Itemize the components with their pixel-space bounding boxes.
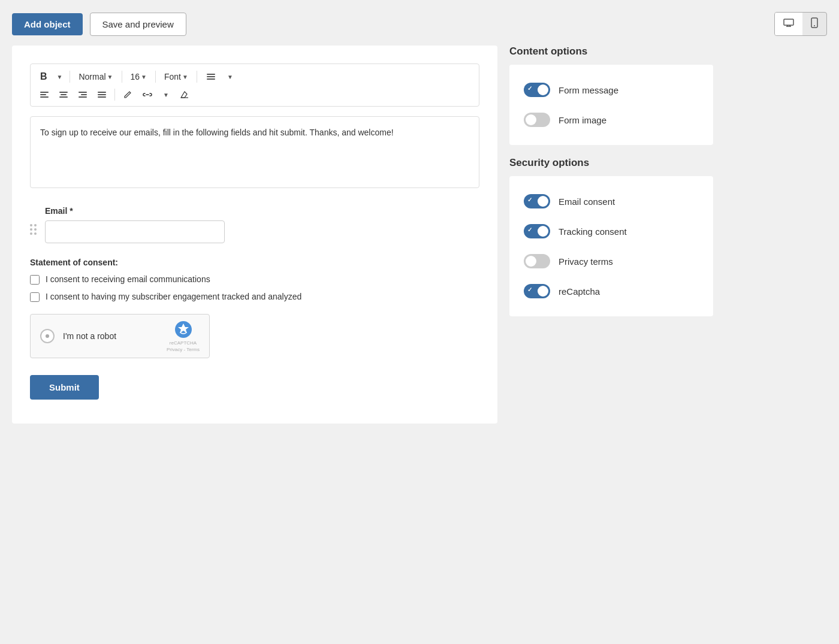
email-consent-option: Email consent [524, 188, 699, 214]
format-value: Normal [79, 72, 105, 81]
format-dropdown[interactable]: Normal ▼ [74, 69, 117, 84]
consent-section: Statement of consent: I consent to recei… [30, 258, 479, 302]
align-center-icon [59, 92, 68, 98]
body-text: To sign up to receive our emails, fill i… [40, 128, 394, 137]
clear-format-button[interactable] [176, 88, 193, 101]
list-dropdown[interactable]: ▼ [224, 71, 237, 83]
email-label: Email * [45, 206, 479, 216]
drag-dot-1 [30, 224, 32, 226]
consent-checkbox-2[interactable] [30, 292, 40, 302]
drag-dot-6 [34, 232, 37, 235]
add-object-button[interactable]: Add object [12, 13, 83, 35]
drag-handle[interactable] [30, 206, 37, 235]
font-family-chevron: ▼ [182, 74, 188, 80]
svg-point-5 [814, 25, 815, 26]
security-options-card: Email consent Tracking consent Privacy t… [509, 176, 713, 316]
text-color-button[interactable] [120, 88, 135, 101]
align-left-icon [40, 92, 49, 98]
pen-icon [123, 90, 132, 99]
privacy-terms-option: Privacy terms [524, 248, 699, 274]
form-message-slider [524, 83, 550, 97]
email-consent-label: Email consent [559, 196, 615, 207]
consent-item-2: I consent to having my subscriber engage… [30, 292, 479, 302]
recaptcha-brand-text: reCAPTCHA [170, 340, 197, 346]
recaptcha-dot [46, 334, 49, 338]
privacy-terms-toggle[interactable] [524, 254, 550, 268]
recaptcha-logo: reCAPTCHA Privacy - Terms [167, 320, 200, 352]
consent-checkbox-1[interactable] [30, 275, 40, 285]
link-icon [143, 91, 152, 98]
desktop-view-button[interactable] [775, 13, 802, 35]
tracking-consent-option: Tracking consent [524, 218, 699, 244]
ac-line-2 [61, 94, 67, 95]
email-consent-toggle[interactable] [524, 194, 550, 208]
privacy-terms-slider [524, 254, 550, 268]
toolbar-row-1: B ▼ Normal ▼ 16 ▼ Font ▼ [37, 69, 473, 84]
recaptcha-label: I'm not a robot [63, 331, 158, 341]
link-dropdown[interactable]: ▼ [159, 89, 173, 101]
content-options-card: Form message Form image [509, 65, 713, 145]
form-image-option: Form image [524, 107, 699, 133]
list-button[interactable] [201, 69, 221, 84]
consent-item-1: I consent to receiving email communicati… [30, 274, 479, 285]
security-options-title: Security options [509, 157, 713, 169]
divider-5 [114, 89, 115, 101]
align-right-button[interactable] [75, 89, 90, 100]
ac-line-3 [59, 96, 68, 98]
format-chevron: ▼ [107, 74, 113, 80]
message-text-area[interactable]: To sign up to receive our emails, fill i… [30, 116, 479, 188]
save-preview-button[interactable]: Save and preview [90, 13, 186, 36]
consent-label-2: I consent to having my subscriber engage… [46, 292, 301, 301]
recaptcha-policy-links: Privacy - Terms [167, 347, 200, 352]
tracking-consent-toggle[interactable] [524, 224, 550, 238]
align-justify-button[interactable] [94, 89, 110, 100]
email-field-content: Email * [45, 206, 479, 243]
top-bar: Add object Save and preview [12, 12, 827, 36]
recaptcha-toggle[interactable] [524, 284, 550, 298]
toolbar-row-2: ▼ [37, 88, 473, 101]
drag-dot-4 [34, 228, 37, 231]
submit-button[interactable]: Submit [30, 375, 99, 400]
email-field-row: Email * [30, 206, 479, 243]
form-image-toggle[interactable] [524, 113, 550, 127]
recaptcha-option: reCaptcha [524, 278, 699, 304]
align-center-button[interactable] [56, 89, 71, 100]
font-family-dropdown[interactable]: Font ▼ [159, 69, 193, 84]
link-button[interactable] [139, 89, 156, 101]
drag-dot-5 [30, 232, 32, 235]
view-toggle [774, 12, 827, 36]
divider-4 [197, 71, 197, 83]
font-size-chevron: ▼ [141, 74, 147, 80]
divider-1 [70, 71, 70, 83]
al-line-1 [40, 92, 49, 93]
bold-button[interactable]: B [37, 69, 51, 84]
align-left-button[interactable] [37, 89, 52, 100]
editor-panel: B ▼ Normal ▼ 16 ▼ Font ▼ [12, 46, 497, 424]
main-layout: B ▼ Normal ▼ 16 ▼ Font ▼ [12, 46, 827, 424]
bold-dropdown[interactable]: ▼ [53, 71, 67, 83]
divider-2 [122, 71, 122, 83]
aj-line-1 [98, 92, 106, 93]
form-message-label: Form message [559, 85, 618, 95]
consent-title: Statement of consent: [30, 258, 479, 267]
mobile-view-button[interactable] [802, 13, 826, 35]
form-message-toggle[interactable] [524, 83, 550, 97]
ar-line-2 [81, 94, 87, 95]
ar-line-3 [79, 96, 87, 98]
aj-line-2 [98, 94, 106, 95]
divider-3 [155, 71, 156, 83]
recaptcha-icon [174, 320, 193, 339]
drag-dot-3 [30, 228, 32, 231]
tracking-consent-slider [524, 224, 550, 238]
content-options-title: Content options [509, 46, 713, 58]
list-line-2 [207, 76, 215, 77]
form-image-label: Form image [559, 115, 606, 125]
recaptcha-slider [524, 284, 550, 298]
email-input[interactable] [45, 220, 225, 243]
font-size-dropdown[interactable]: 16 ▼ [126, 69, 152, 84]
font-size-value: 16 [131, 72, 140, 81]
recaptcha-box[interactable]: I'm not a robot reCAPTCHA Privacy - Term… [30, 314, 210, 358]
list-line-3 [207, 78, 215, 80]
font-family-value: Font [164, 72, 181, 81]
consent-label-1: I consent to receiving email communicati… [46, 274, 210, 284]
